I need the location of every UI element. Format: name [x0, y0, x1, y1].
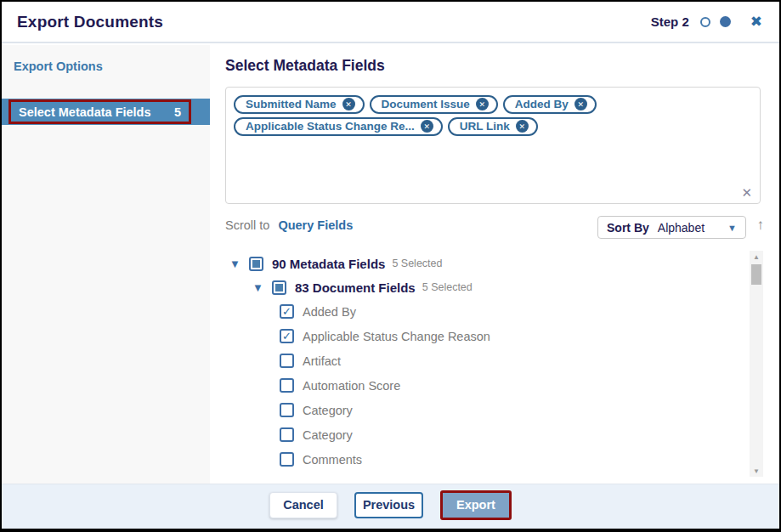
close-icon[interactable]: ✖ — [750, 14, 762, 29]
root-checkbox[interactable] — [249, 257, 263, 271]
caret-down-icon[interactable]: ▼ — [229, 258, 241, 269]
metadata-fields-tree: ▼ 90 Metadata Fields 5 Selected ▼ 83 Doc… — [225, 252, 737, 477]
chip-label: Document Issue — [382, 98, 470, 110]
tree-field-row: ✓ Category — [225, 422, 737, 447]
page-title: Select Metadata Fields — [225, 57, 385, 75]
step1-dot-icon[interactable] — [700, 17, 710, 27]
field-label: Category — [303, 404, 353, 417]
field-checkbox[interactable]: ✓ — [280, 403, 294, 417]
chevron-down-icon: ▼ — [727, 223, 737, 233]
dialog-footer: Cancel Previous Export — [2, 484, 779, 529]
tree-group-row: ▼ 83 Document Fields 5 Selected — [225, 275, 737, 299]
scroll-to-row: Scroll to Query Fields — [225, 218, 353, 232]
sort-by-label: Sort By — [607, 221, 649, 235]
root-selected-count: 5 Selected — [392, 258, 442, 269]
chip-label: Added By — [515, 98, 569, 110]
remove-chip-icon[interactable]: ✕ — [342, 98, 355, 110]
step2-dot-icon[interactable] — [720, 16, 731, 27]
tree-field-row: ✓ Automation Score — [225, 373, 737, 398]
check-icon: ✓ — [282, 306, 291, 317]
scroll-down-icon[interactable]: ▼ — [753, 465, 760, 477]
dialog-header: Export Documents Step 2 ✖ — [2, 2, 779, 43]
field-label: Category — [303, 428, 353, 442]
tree-field-row: ✓ Category — [225, 398, 737, 422]
tree-field-row: ✓ Comments — [225, 447, 737, 472]
field-label: Artifact — [303, 354, 341, 368]
field-checkbox[interactable]: ✓ — [280, 304, 294, 319]
caret-down-icon[interactable]: ▼ — [252, 282, 264, 293]
export-button[interactable]: Export — [440, 490, 512, 520]
sidebar-selected-highlight: Select Metadata Fields 5 — [8, 99, 191, 124]
chip-label: Submitted Name — [246, 98, 337, 110]
query-fields-link[interactable]: Query Fields — [278, 218, 353, 232]
group-checkbox[interactable] — [272, 280, 286, 295]
tree-field-row: ✓ Applicable Status Change Reason — [225, 324, 737, 348]
field-label: Automation Score — [303, 379, 400, 393]
sort-by-value: Alphabet — [658, 221, 727, 235]
chip-label: Applicable Status Change Re... — [246, 120, 415, 133]
metadata-chip[interactable]: Document Issue ✕ — [370, 95, 498, 114]
scroll-up-icon[interactable]: ▲ — [753, 251, 760, 263]
field-label: Applicable Status Change Reason — [303, 330, 490, 343]
field-checkbox[interactable]: ✓ — [280, 378, 294, 393]
remove-chip-icon[interactable]: ✕ — [574, 98, 587, 110]
sidebar-item-select-metadata-fields[interactable]: Select Metadata Fields 5 — [2, 99, 210, 125]
selected-fields-box: Submitted Name ✕ Document Issue ✕ Added … — [225, 87, 761, 204]
header-right: Step 2 ✖ — [651, 14, 762, 29]
clear-all-icon[interactable]: ✕ — [741, 186, 752, 199]
step-indicator-label: Step 2 — [651, 14, 689, 29]
metadata-chip[interactable]: URL Link ✕ — [448, 117, 538, 136]
tree-root-row: ▼ 90 Metadata Fields 5 Selected — [225, 252, 737, 275]
cancel-button[interactable]: Cancel — [269, 492, 337, 518]
remove-chip-icon[interactable]: ✕ — [476, 98, 489, 110]
export-documents-dialog: Export Documents Step 2 ✖ Export Options… — [0, 0, 781, 532]
dialog-title: Export Documents — [17, 13, 163, 31]
metadata-chip[interactable]: Applicable Status Change Re... ✕ — [234, 117, 443, 136]
tree-group-label: 83 Document Fields — [295, 280, 416, 295]
scroll-to-label: Scroll to — [225, 218, 269, 232]
sidebar: Export Options Select Metadata Fields 5 — [2, 45, 210, 484]
sort-by-dropdown[interactable]: Sort By Alphabet ▼ — [597, 216, 746, 239]
remove-chip-icon[interactable]: ✕ — [421, 120, 433, 133]
field-label: Comments — [303, 453, 362, 467]
tree-root-label: 90 Metadata Fields — [272, 257, 385, 271]
metadata-chip[interactable]: Submitted Name ✕ — [234, 95, 365, 114]
field-label: Added By — [303, 305, 356, 319]
field-checkbox[interactable]: ✓ — [280, 427, 294, 442]
metadata-chip[interactable]: Added By ✕ — [503, 95, 597, 114]
field-checkbox[interactable]: ✓ — [280, 354, 294, 368]
tree-field-row: ✓ Added By — [225, 299, 737, 324]
previous-button[interactable]: Previous — [354, 492, 423, 518]
group-selected-count: 5 Selected — [422, 281, 473, 293]
remove-chip-icon[interactable]: ✕ — [516, 120, 529, 133]
sidebar-item-label: Select Metadata Fields — [19, 105, 151, 119]
sort-direction-icon[interactable]: ↑ — [757, 217, 765, 234]
sidebar-item-export-options[interactable]: Export Options — [2, 45, 210, 82]
main-panel: Select Metadata Fields Submitted Name ✕ … — [210, 45, 779, 484]
field-checkbox[interactable]: ✓ — [280, 452, 294, 467]
vertical-scrollbar[interactable]: ▲ ▼ — [750, 251, 763, 477]
check-icon: ✓ — [282, 331, 291, 342]
scrollbar-thumb[interactable] — [751, 264, 761, 285]
selected-count-badge: 5 — [174, 105, 181, 119]
tree-field-row: ✓ Artifact — [225, 348, 737, 373]
field-checkbox[interactable]: ✓ — [280, 329, 294, 343]
chip-label: URL Link — [460, 120, 510, 133]
